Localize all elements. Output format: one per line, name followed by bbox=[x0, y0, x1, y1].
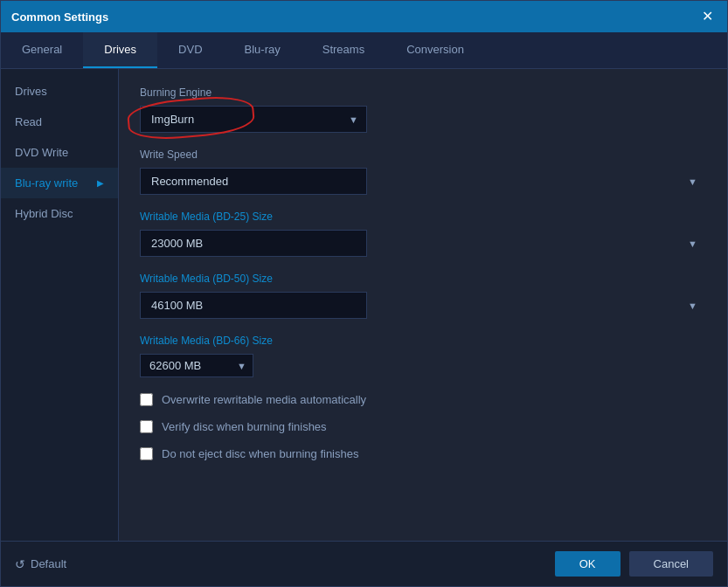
main-panel: Burning Engine ImgBurn Windows IMAPI2 ▼ … bbox=[119, 69, 727, 541]
refresh-icon: ↺ bbox=[15, 557, 25, 571]
title-bar: Common Settings ✕ bbox=[1, 1, 727, 32]
noeject-checkbox-row: Do not eject disc when burning finishes bbox=[140, 447, 706, 460]
verify-checkbox-row: Verify disc when burning finishes bbox=[140, 420, 706, 433]
sidebar-item-read[interactable]: Read bbox=[1, 107, 118, 137]
bd66-dropdown-container: 62600 MB 66000 MB ▼ bbox=[140, 354, 706, 377]
tab-dvd[interactable]: DVD bbox=[157, 32, 223, 68]
bd25-select[interactable]: 23000 MB 25025 MB bbox=[140, 230, 367, 257]
overwrite-checkbox-row: Overwrite rewritable media automatically bbox=[140, 393, 706, 406]
tab-drives[interactable]: Drives bbox=[83, 32, 157, 68]
tab-bar: General Drives DVD Blu-ray Streams Conve… bbox=[1, 32, 727, 69]
tab-streams[interactable]: Streams bbox=[302, 32, 385, 68]
bd50-label: Writable Media (BD-50) Size bbox=[140, 273, 706, 285]
close-button[interactable]: ✕ bbox=[698, 10, 717, 24]
overwrite-label: Overwrite rewritable media automatically bbox=[162, 393, 366, 406]
tab-general[interactable]: General bbox=[1, 32, 83, 68]
bd50-arrow-icon: ▼ bbox=[688, 300, 697, 311]
chevron-right-icon: ▶ bbox=[97, 178, 104, 188]
noeject-label: Do not eject disc when burning finishes bbox=[162, 447, 358, 460]
write-speed-select[interactable]: Recommended Maximum 4x 8x 16x bbox=[140, 168, 367, 195]
bottom-right-buttons: OK Cancel bbox=[555, 551, 713, 577]
bd66-label: Writable Media (BD-66) Size bbox=[140, 335, 706, 347]
burning-engine-label: Burning Engine bbox=[140, 86, 706, 99]
default-button[interactable]: ↺ Default bbox=[15, 557, 66, 571]
sidebar: Drives Read DVD Write Blu-ray write ▶ Hy… bbox=[1, 69, 119, 541]
content-area: Drives Read DVD Write Blu-ray write ▶ Hy… bbox=[1, 69, 727, 541]
bd50-select[interactable]: 46100 MB 50050 MB bbox=[140, 292, 367, 319]
tab-conversion[interactable]: Conversion bbox=[385, 32, 485, 68]
bd25-arrow-icon: ▼ bbox=[688, 238, 697, 249]
ok-button[interactable]: OK bbox=[555, 551, 621, 577]
sidebar-item-hybriddisc[interactable]: Hybrid Disc bbox=[1, 198, 118, 229]
imgburn-wrapper: ImgBurn Windows IMAPI2 ▼ bbox=[140, 106, 367, 133]
bd25-dropdown-container: 23000 MB 25025 MB ▼ bbox=[140, 230, 706, 257]
write-speed-label: Write Speed bbox=[140, 148, 706, 161]
verify-checkbox[interactable] bbox=[140, 420, 153, 433]
cancel-button[interactable]: Cancel bbox=[629, 551, 713, 577]
overwrite-checkbox[interactable] bbox=[140, 393, 153, 406]
bd50-dropdown-container: 46100 MB 50050 MB ▼ bbox=[140, 292, 706, 319]
bd25-label: Writable Media (BD-25) Size bbox=[140, 211, 706, 223]
write-speed-arrow-icon: ▼ bbox=[688, 176, 697, 187]
burning-engine-dropdown-container: ImgBurn Windows IMAPI2 ▼ bbox=[140, 106, 706, 133]
verify-label: Verify disc when burning finishes bbox=[162, 420, 327, 433]
tab-bluray[interactable]: Blu-ray bbox=[224, 32, 302, 68]
sidebar-item-drives[interactable]: Drives bbox=[1, 76, 118, 107]
write-speed-dropdown-container: Recommended Maximum 4x 8x 16x ▼ bbox=[140, 168, 706, 195]
common-settings-dialog: Common Settings ✕ General Drives DVD Blu… bbox=[0, 0, 728, 587]
dialog-title: Common Settings bbox=[11, 10, 108, 24]
noeject-checkbox[interactable] bbox=[140, 447, 153, 460]
burning-engine-select[interactable]: ImgBurn Windows IMAPI2 bbox=[140, 106, 367, 133]
sidebar-item-bluraywrite[interactable]: Blu-ray write ▶ bbox=[1, 168, 118, 198]
sidebar-item-dvdwrite[interactable]: DVD Write bbox=[1, 137, 118, 168]
bottom-bar: ↺ Default OK Cancel bbox=[1, 541, 727, 586]
bd66-select[interactable]: 62600 MB 66000 MB bbox=[140, 354, 253, 377]
